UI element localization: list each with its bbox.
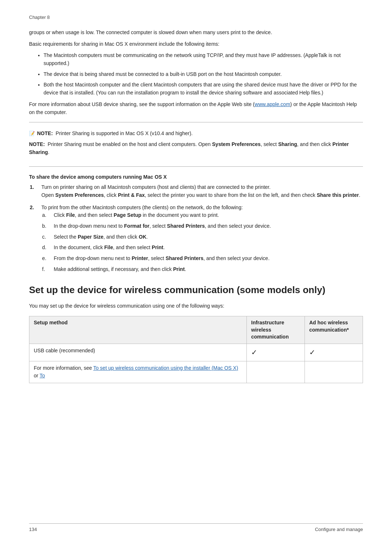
usb-sharing-para: For more information about USB device sh… (29, 101, 363, 116)
apple-link[interactable]: www.apple.com (255, 101, 290, 107)
row1-adhoc: ✓ (305, 344, 363, 361)
note-text-1: NOTE: Printer Sharing is supported in Ma… (37, 130, 193, 138)
page-number: 134 (29, 527, 37, 532)
sub-step-f: Make additional settings, if necessary, … (52, 266, 363, 273)
divider-2 (29, 166, 363, 167)
sub-steps-list: Click File, and then select Page Setup i… (52, 211, 363, 273)
printfax-bold: Print & Fax (118, 192, 145, 198)
row2-method: For more information, see To set up wire… (29, 361, 247, 383)
sub-step-b: In the drop-down menu next to Format for… (52, 222, 363, 230)
step-2: To print from the other Macintosh comput… (40, 204, 363, 273)
col-header-adhoc: Ad hoc wirelesscommunication* (305, 316, 363, 344)
note-line-1: 📝 NOTE: Printer Sharing is supported in … (29, 130, 363, 138)
step-2-text: To print from the other Macintosh comput… (41, 204, 243, 210)
share-this-bold: Share this printer (317, 192, 359, 198)
intro-para-2: Basic requirements for sharing in Mac OS… (29, 40, 363, 48)
note-line-2: NOTE: Printer Sharing must be enabled on… (29, 141, 363, 156)
checkmark-infra-1: ✓ (251, 348, 257, 356)
intro-para-1: groups or when usage is low. The connect… (29, 29, 363, 37)
sub-step-e: From the drop-down menu next to Printer,… (52, 255, 363, 263)
wireless-heading: Set up the device for wireless communica… (29, 284, 363, 296)
note-block-1: 📝 NOTE: Printer Sharing is supported in … (29, 128, 363, 161)
step-1: Turn on printer sharing on all Macintosh… (40, 183, 363, 199)
table-row: For more information, see To set up wire… (29, 361, 363, 383)
row1-infra: ✓ (247, 344, 305, 361)
step-1-text: Turn on printer sharing on all Macintosh… (41, 184, 360, 198)
page-footer: 134 Configure and manage (29, 523, 363, 532)
note-icon-1: 📝 (29, 130, 35, 137)
list-item: The device that is being shared must be … (44, 70, 363, 78)
sub-step-a: Click File, and then select Page Setup i… (52, 211, 363, 219)
sub-step-d: In the document, click File, and then se… (52, 244, 363, 252)
sharing-bold: Sharing (278, 141, 297, 147)
row1-method: USB cable (recommended) (29, 344, 247, 361)
footer-section: Configure and manage (315, 527, 363, 532)
row2-adhoc (305, 361, 363, 383)
note-label-1: NOTE: (37, 130, 53, 136)
printer-sharing-bold: Printer Sharing (29, 141, 349, 155)
usb-sharing-text: For more information about USB device sh… (29, 101, 255, 107)
share-heading: To share the device among computers runn… (29, 174, 363, 180)
divider-1 (29, 122, 363, 122)
table-row: USB cable (recommended) ✓ ✓ (29, 344, 363, 361)
list-item: Both the host Macintosh computer and the… (44, 81, 363, 97)
note-label-2: NOTE: (29, 141, 45, 147)
list-item: The Macintosh computers must be communic… (44, 52, 363, 67)
chapter-header: Chapter 8 (29, 15, 363, 20)
wireless-intro: You may set up the device for wireless c… (29, 302, 363, 310)
setup-table-wrapper: Setup method Infrastructurewirelesscommu… (29, 316, 363, 383)
col-header-setup: Setup method (29, 316, 247, 344)
steps-list: Turn on printer sharing on all Macintosh… (40, 183, 363, 273)
note-text-2: NOTE: Printer Sharing must be enabled on… (29, 141, 363, 156)
checkmark-adhoc-1: ✓ (309, 348, 315, 356)
col-header-infrastructure: Infrastructurewirelesscommunication (247, 316, 305, 344)
sub-step-c: Select the Paper Size, and then click OK… (52, 233, 363, 241)
requirements-list: The Macintosh computers must be communic… (44, 52, 363, 97)
syspref-bold: System Preferences (55, 192, 104, 198)
wireless-link-1[interactable]: To set up wireless communication using t… (93, 365, 238, 371)
sys-pref-bold: System Preferences (212, 141, 261, 147)
setup-table: Setup method Infrastructurewirelesscommu… (29, 316, 363, 383)
wireless-link-2[interactable]: To (40, 373, 45, 378)
row2-infra (247, 361, 305, 383)
table-header-row: Setup method Infrastructurewirelesscommu… (29, 316, 363, 344)
